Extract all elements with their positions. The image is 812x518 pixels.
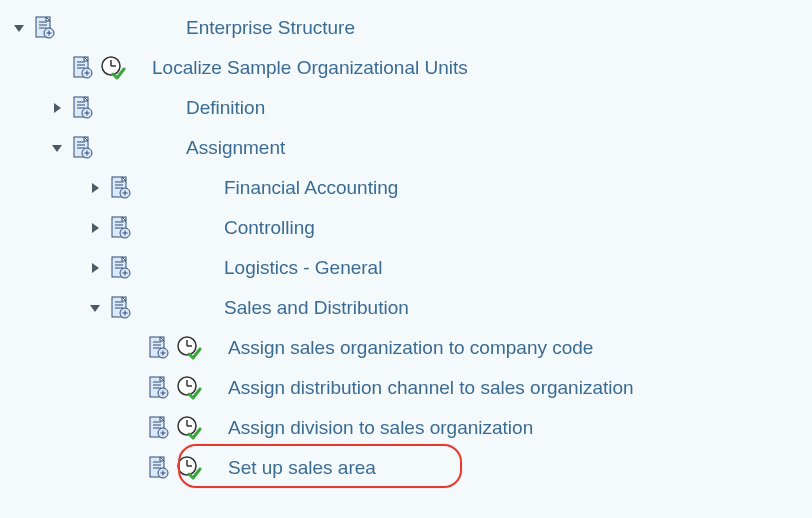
collapse-icon[interactable] bbox=[46, 145, 68, 152]
document-icon bbox=[144, 376, 172, 400]
tree-row[interactable]: Definition bbox=[8, 88, 812, 128]
tree-item-label[interactable]: Set up sales area bbox=[206, 457, 376, 479]
document-icon bbox=[106, 176, 134, 200]
tree-item-label[interactable]: Sales and Distribution bbox=[168, 297, 409, 319]
tree-item-label[interactable]: Enterprise Structure bbox=[92, 17, 355, 39]
document-icon bbox=[144, 416, 172, 440]
tree-row[interactable]: Logistics - General bbox=[8, 248, 812, 288]
expand-icon[interactable] bbox=[84, 183, 106, 193]
document-icon bbox=[68, 56, 96, 80]
tree-row[interactable]: Enterprise Structure bbox=[8, 8, 812, 48]
collapse-icon[interactable] bbox=[8, 25, 30, 32]
tree-item-label[interactable]: Logistics - General bbox=[168, 257, 382, 279]
document-icon bbox=[106, 216, 134, 240]
document-icon bbox=[68, 96, 96, 120]
tree-item-label[interactable]: Assignment bbox=[130, 137, 285, 159]
document-icon bbox=[30, 16, 58, 40]
expand-icon[interactable] bbox=[46, 103, 68, 113]
tree-row[interactable]: Financial Accounting bbox=[8, 168, 812, 208]
tree-row[interactable]: Assign division to sales organization bbox=[8, 408, 812, 448]
document-icon bbox=[144, 456, 172, 480]
document-icon bbox=[106, 296, 134, 320]
tree-item-label[interactable]: Financial Accounting bbox=[168, 177, 398, 199]
tree-item-label[interactable]: Definition bbox=[130, 97, 265, 119]
tree-item-label[interactable]: Assign sales organization to company cod… bbox=[206, 337, 593, 359]
tree-item-label[interactable]: Controlling bbox=[168, 217, 315, 239]
collapse-icon[interactable] bbox=[84, 305, 106, 312]
tree-item-label[interactable]: Assign division to sales organization bbox=[206, 417, 533, 439]
tree-row[interactable]: Set up sales area bbox=[8, 448, 812, 488]
expand-icon[interactable] bbox=[84, 223, 106, 233]
tree-item-label[interactable]: Localize Sample Organizational Units bbox=[130, 57, 468, 79]
tree-row[interactable]: Assign sales organization to company cod… bbox=[8, 328, 812, 368]
tree-item-label[interactable]: Assign distribution channel to sales org… bbox=[206, 377, 634, 399]
activity-icon[interactable] bbox=[172, 375, 206, 401]
img-tree: Enterprise StructureLocalize Sample Orga… bbox=[0, 0, 812, 488]
document-icon bbox=[68, 136, 96, 160]
tree-row[interactable]: Sales and Distribution bbox=[8, 288, 812, 328]
tree-row[interactable]: Localize Sample Organizational Units bbox=[8, 48, 812, 88]
tree-row[interactable]: Assignment bbox=[8, 128, 812, 168]
tree-row[interactable]: Controlling bbox=[8, 208, 812, 248]
activity-icon[interactable] bbox=[172, 455, 206, 481]
document-icon bbox=[106, 256, 134, 280]
activity-icon[interactable] bbox=[172, 335, 206, 361]
expand-icon[interactable] bbox=[84, 263, 106, 273]
document-icon bbox=[144, 336, 172, 360]
activity-icon[interactable] bbox=[96, 55, 130, 81]
activity-icon[interactable] bbox=[172, 415, 206, 441]
tree-row[interactable]: Assign distribution channel to sales org… bbox=[8, 368, 812, 408]
